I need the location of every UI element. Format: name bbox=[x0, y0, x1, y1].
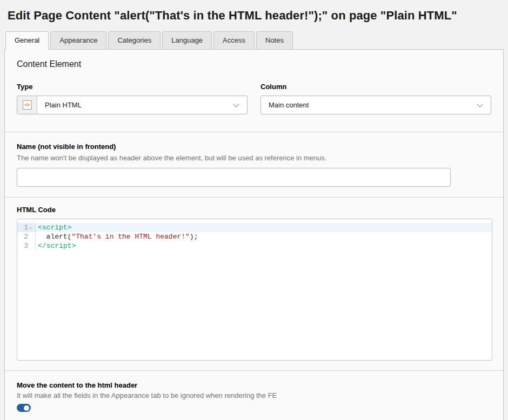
line-number-gutter: 3 bbox=[17, 241, 36, 250]
form-tabs: General Appearance Categories Language A… bbox=[4, 31, 504, 50]
tab-access[interactable]: Access bbox=[213, 31, 255, 50]
edit-page-content-form: Edit Page Content "alert("That's in the … bbox=[0, 9, 508, 420]
code-token: alert( bbox=[38, 233, 71, 241]
column-select-value: Main content bbox=[261, 96, 478, 114]
column-field-label: Column bbox=[260, 83, 491, 91]
page-title: Edit Page Content "alert("That's in the … bbox=[8, 9, 504, 23]
tab-appearance[interactable]: Appearance bbox=[50, 31, 106, 50]
html-code-label: HTML Code bbox=[17, 206, 491, 214]
section-content-element: Content Element Type <> Plain HTML Colum… bbox=[5, 50, 503, 132]
line-number-gutter: 1⌄ bbox=[17, 223, 36, 232]
move-to-header-label: Move the content to the html header bbox=[17, 381, 491, 389]
column-select[interactable]: Main content bbox=[260, 96, 491, 114]
code-token: </script> bbox=[38, 242, 76, 250]
chevron-down-icon bbox=[477, 101, 483, 107]
name-input[interactable] bbox=[17, 168, 451, 187]
tab-general[interactable]: General bbox=[5, 31, 49, 50]
chevron-down-icon bbox=[233, 101, 239, 107]
code-line: 1⌄ <script> bbox=[17, 223, 492, 232]
tab-panel-general: Content Element Type <> Plain HTML Colum… bbox=[4, 49, 504, 420]
type-field-label: Type bbox=[17, 83, 248, 91]
toggle-knob bbox=[24, 405, 29, 411]
section-move-to-header: Move the content to the html header It w… bbox=[5, 370, 503, 420]
move-to-header-description: It will make all the fields in the Appea… bbox=[17, 391, 491, 399]
type-select[interactable]: <> Plain HTML bbox=[17, 96, 248, 114]
section-name: Name (not visible in frontend) The name … bbox=[5, 132, 503, 197]
tab-categories[interactable]: Categories bbox=[108, 31, 161, 50]
section-html-code: HTML Code 1⌄ <script> 2 alert("That's in… bbox=[5, 197, 503, 370]
type-icon-cell: <> bbox=[17, 96, 37, 114]
code-token: <script> bbox=[38, 223, 71, 232]
html-code-editor[interactable]: 1⌄ <script> 2 alert("That's in the HTML … bbox=[17, 219, 492, 361]
code-line: 2 alert("That's in the HTML header!"); bbox=[17, 232, 492, 241]
code-fold-icon[interactable]: ⌄ bbox=[28, 223, 34, 232]
code-line: 3 </script> bbox=[17, 241, 492, 250]
name-field-label: Name (not visible in frontend) bbox=[17, 143, 491, 151]
name-field-description: The name won't be displayed as header ab… bbox=[17, 154, 491, 162]
code-token: "That's in the HTML header!" bbox=[71, 233, 189, 241]
tab-language[interactable]: Language bbox=[162, 31, 212, 50]
tab-notes[interactable]: Notes bbox=[256, 31, 293, 50]
type-select-value: Plain HTML bbox=[37, 96, 234, 114]
section-heading: Content Element bbox=[17, 50, 491, 69]
code-token: ); bbox=[190, 233, 198, 241]
line-number-gutter: 2 bbox=[17, 232, 36, 241]
move-to-header-toggle[interactable] bbox=[17, 404, 31, 412]
html-content-element-icon: <> bbox=[23, 100, 32, 110]
